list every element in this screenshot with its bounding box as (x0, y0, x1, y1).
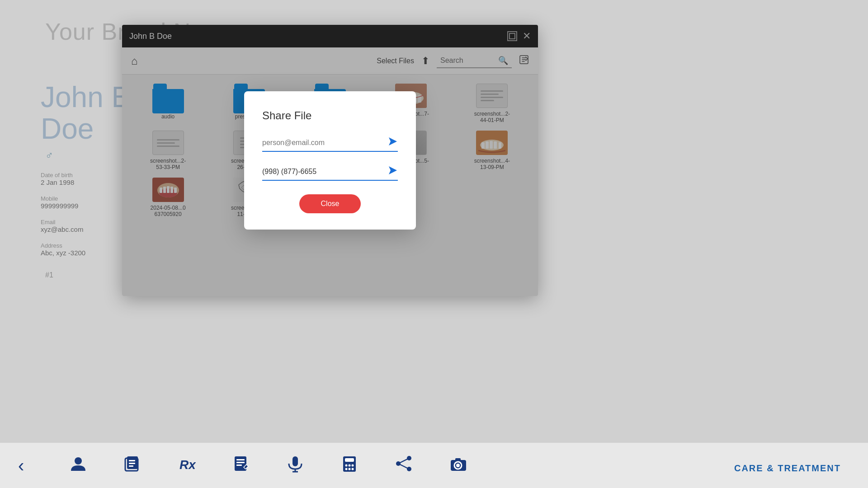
svg-rect-37 (236, 465, 242, 466)
calculator-icon[interactable] (340, 455, 359, 477)
patients-icon[interactable] (69, 455, 87, 477)
svg-point-27 (75, 457, 82, 465)
dob-value: 2 Jan 1998 (41, 178, 85, 186)
camera-icon[interactable] (449, 455, 467, 477)
mic-icon[interactable] (286, 455, 304, 477)
mobile-label: Mobile (41, 195, 85, 202)
svg-rect-32 (129, 465, 133, 467)
email-input[interactable] (262, 139, 388, 147)
svg-line-52 (398, 458, 409, 464)
share-title: Share File (262, 109, 398, 122)
gender-icon: ♂ (45, 149, 53, 162)
phone-send-button[interactable] (388, 165, 398, 178)
svg-rect-57 (455, 458, 461, 461)
bottom-nav: ‹ Rx (0, 443, 868, 488)
svg-point-47 (349, 468, 351, 470)
share-modal-overlay: Share File Close (122, 25, 538, 296)
phone-input[interactable] (262, 168, 388, 176)
phone-input-group (262, 165, 398, 181)
svg-point-46 (345, 468, 348, 470)
svg-point-56 (456, 464, 460, 467)
email-send-button[interactable] (388, 136, 398, 149)
address-label: Address (41, 242, 85, 249)
svg-rect-36 (236, 462, 245, 463)
svg-rect-38 (292, 456, 298, 466)
back-button[interactable]: ‹ (18, 455, 24, 476)
mobile-value: 9999999999 (41, 202, 85, 210)
svg-point-43 (345, 464, 348, 466)
patient-info: Date of birth 2 Jan 1998 Mobile 99999999… (41, 163, 85, 257)
rx-icon[interactable]: Rx (178, 455, 196, 477)
svg-point-49 (407, 456, 411, 460)
patient-name: John B Doe (41, 81, 131, 145)
files-icon[interactable] (123, 455, 142, 477)
svg-rect-42 (345, 458, 354, 462)
notes-icon[interactable] (232, 455, 250, 477)
share-icon[interactable] (395, 455, 413, 477)
svg-text:Rx: Rx (179, 458, 196, 472)
patient-id: #1 (45, 271, 53, 279)
share-modal: Share File Close (244, 91, 416, 230)
svg-rect-35 (236, 459, 245, 460)
svg-marker-25 (389, 137, 397, 145)
email-input-group (262, 136, 398, 152)
address-value: Abc, xyz -3200 (41, 249, 85, 257)
close-button[interactable]: Close (299, 194, 361, 213)
email-label: Email (41, 219, 85, 225)
svg-rect-31 (129, 463, 135, 464)
svg-line-53 (398, 464, 409, 469)
email-value: xyz@abc.com (41, 225, 85, 233)
svg-rect-34 (235, 456, 246, 471)
svg-marker-26 (389, 166, 397, 174)
main-window: John B Doe ✕ ⌂ Select Files ⬆ 🔍 (122, 25, 538, 296)
dob-label: Date of birth (41, 172, 85, 178)
svg-point-44 (349, 464, 351, 466)
svg-rect-30 (129, 460, 135, 461)
svg-point-45 (352, 464, 354, 466)
svg-point-48 (352, 468, 354, 470)
care-treatment-label: CARE & TREATMENT (734, 463, 841, 474)
